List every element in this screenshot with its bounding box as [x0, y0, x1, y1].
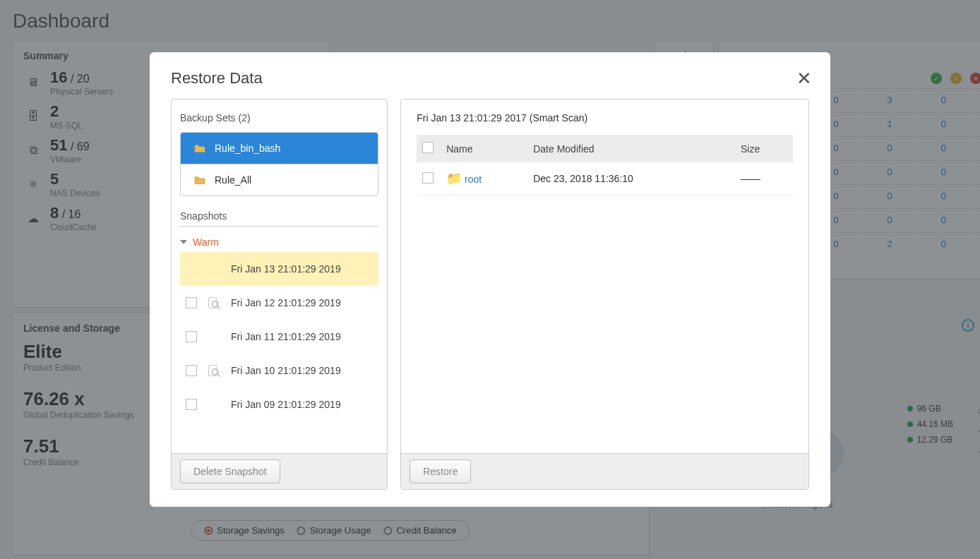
restore-button[interactable]: Restore	[410, 459, 471, 483]
modal-overlay: Restore Data ✕ Backup Sets (2) Rule_bin_…	[0, 0, 980, 559]
backup-set-item[interactable]: Rule_bin_bash	[181, 133, 378, 164]
backup-sets-pane: Backup Sets (2) Rule_bin_bashRule_All Sn…	[171, 99, 388, 490]
file-table: Name Date Modified Size 📁 root Dec 23, 2…	[417, 135, 793, 196]
snapshot-checkbox[interactable]	[186, 399, 197, 410]
select-all-checkbox[interactable]	[422, 142, 434, 153]
table-row[interactable]: 📁 root Dec 23, 2018 11:36:10 ——	[417, 162, 793, 196]
delete-snapshot-button[interactable]: Delete Snapshot	[180, 459, 280, 483]
snapshot-item[interactable]: Fri Jan 09 21:01:29 2019	[180, 387, 378, 421]
file-link[interactable]: root	[465, 174, 482, 185]
modal-title: Restore Data	[171, 69, 809, 88]
row-checkbox[interactable]	[422, 172, 434, 184]
snapshot-checkbox[interactable]	[186, 365, 197, 376]
backup-set-item[interactable]: Rule_All	[181, 164, 378, 196]
file-date: Dec 23, 2018 11:36:10	[527, 162, 735, 196]
folder-icon	[193, 143, 206, 153]
column-date[interactable]: Date Modified	[527, 135, 735, 162]
warm-toggle[interactable]: Warm	[180, 232, 378, 252]
folder-icon	[193, 175, 206, 185]
backup-set-list: Rule_bin_bashRule_All	[180, 132, 378, 196]
folder-icon: 📁	[446, 172, 462, 186]
snapshots-label: Snapshots	[180, 210, 378, 227]
chevron-down-icon	[180, 240, 187, 244]
search-file-icon	[207, 296, 221, 310]
backup-sets-label: Backup Sets (2)	[180, 112, 378, 124]
file-browser-pane: Fri Jan 13 21:01:29 2017 (Smart Scan) Na…	[400, 99, 809, 490]
snapshot-list: Fri Jan 13 21:01:29 2019Fri Jan 12 21:01…	[180, 252, 378, 421]
file-size: ——	[735, 162, 793, 196]
snapshot-checkbox[interactable]	[186, 331, 197, 342]
snapshot-item[interactable]: Fri Jan 10 21:01:29 2019	[180, 354, 378, 387]
svg-line-9	[217, 374, 220, 376]
search-file-icon	[207, 363, 221, 378]
snapshot-item[interactable]: Fri Jan 11 21:01:29 2019	[180, 320, 378, 354]
snapshot-item[interactable]: Fri Jan 13 21:01:29 2019	[180, 252, 378, 286]
breadcrumb: Fri Jan 13 21:01:29 2017 (Smart Scan)	[417, 112, 793, 124]
column-name[interactable]: Name	[441, 135, 527, 162]
table-header-row: Name Date Modified Size	[417, 135, 793, 162]
snapshot-item[interactable]: Fri Jan 12 21:01:29 2019	[180, 286, 378, 320]
column-size[interactable]: Size	[735, 135, 793, 162]
close-icon[interactable]: ✕	[796, 68, 812, 90]
svg-line-6	[217, 306, 220, 308]
restore-modal: Restore Data ✕ Backup Sets (2) Rule_bin_…	[150, 52, 830, 507]
snapshot-checkbox[interactable]	[186, 297, 197, 308]
